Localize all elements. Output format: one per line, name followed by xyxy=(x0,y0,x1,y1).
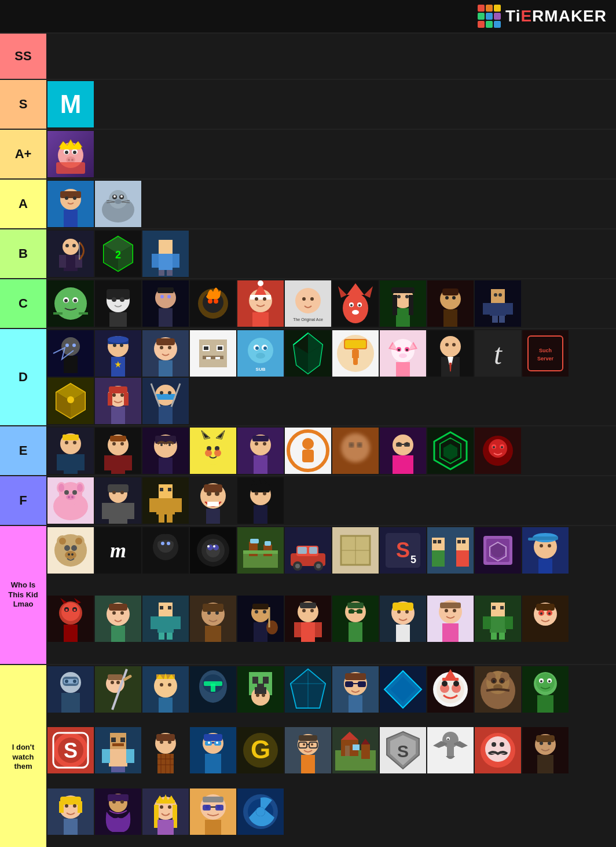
svg-rect-259 xyxy=(302,450,314,462)
suchserver-item: Such Server xyxy=(522,330,569,377)
logo-title: TiERMAKER xyxy=(505,7,607,25)
eagle-logo-item xyxy=(427,727,474,773)
tier-items-s: M xyxy=(46,80,616,129)
svg-point-638 xyxy=(548,742,551,745)
svg-rect-300 xyxy=(126,503,134,519)
tier-row-ss: SS xyxy=(0,34,616,80)
svg-rect-169 xyxy=(345,340,366,348)
teal-player-item xyxy=(142,596,189,642)
yellow-cube-item xyxy=(47,378,94,424)
blue-nuclear-item xyxy=(237,788,284,835)
black-hair-cool-item xyxy=(237,477,284,524)
svg-point-18 xyxy=(65,196,68,200)
tier-label-dont: I don'twatchthem xyxy=(0,665,46,847)
svg-point-333 xyxy=(75,538,82,545)
svg-point-241 xyxy=(199,437,227,465)
svg-point-316 xyxy=(215,491,219,496)
green-youtuber-item xyxy=(332,596,379,642)
svg-rect-462 xyxy=(396,625,410,642)
svg-rect-48 xyxy=(159,254,173,270)
svg-point-83 xyxy=(255,297,258,301)
logo-grid xyxy=(478,5,501,28)
svg-point-105 xyxy=(397,295,401,298)
orange-logo-item xyxy=(285,428,331,474)
svg-point-369 xyxy=(316,564,321,568)
seal-item xyxy=(95,181,141,227)
svg-rect-12 xyxy=(60,146,81,149)
svg-rect-107 xyxy=(393,295,397,315)
svg-rect-639 xyxy=(537,755,553,773)
svg-point-230 xyxy=(120,442,124,446)
svg-point-64 xyxy=(112,297,116,302)
svg-rect-70 xyxy=(159,308,173,327)
svg-point-506 xyxy=(168,683,171,687)
svg-rect-643 xyxy=(59,801,64,813)
red-player-item xyxy=(285,596,331,642)
svg-rect-252 xyxy=(252,436,269,441)
tier-items-c: The Original Ace xyxy=(46,279,616,328)
svg-point-460 xyxy=(397,610,401,614)
svg-rect-476 xyxy=(492,606,496,609)
svg-rect-104 xyxy=(396,308,410,327)
svg-point-7 xyxy=(73,151,76,154)
svg-rect-356 xyxy=(249,542,258,556)
tier-items-aplus xyxy=(46,130,616,178)
svg-point-134 xyxy=(120,344,123,347)
svg-point-82 xyxy=(258,280,263,286)
dark-red-item xyxy=(47,596,94,642)
svg-point-443 xyxy=(302,609,306,612)
minecraft-gold-item xyxy=(142,477,189,524)
red-swirl-item: S xyxy=(47,727,94,773)
svg-rect-120 xyxy=(492,316,498,323)
svg-point-113 xyxy=(445,296,449,300)
svg-rect-384 xyxy=(433,540,437,543)
svg-point-141 xyxy=(168,346,171,349)
mc-face-item xyxy=(190,330,236,377)
svg-point-237 xyxy=(160,444,163,446)
svg-rect-321 xyxy=(251,484,270,492)
svg-point-345 xyxy=(167,542,170,545)
tier-row-e: E xyxy=(0,426,616,476)
svg-point-189 xyxy=(452,343,456,346)
svg-rect-142 xyxy=(159,360,173,377)
svg-rect-477 xyxy=(500,606,504,609)
red-eyes-cartoon-item xyxy=(522,596,569,642)
svg-rect-52 xyxy=(167,270,173,276)
minecraft-green-item xyxy=(475,596,521,642)
svg-point-583 xyxy=(160,740,163,744)
svg-point-325 xyxy=(255,492,258,495)
svg-rect-575 xyxy=(111,766,118,772)
svg-point-158 xyxy=(256,353,265,359)
svg-point-489 xyxy=(65,680,68,683)
svg-point-184 xyxy=(440,336,461,357)
svg-rect-206 xyxy=(124,393,129,406)
svg-point-484 xyxy=(548,612,551,615)
dark-orb-item xyxy=(190,527,236,574)
svg-point-126 xyxy=(65,344,69,347)
svg-point-114 xyxy=(452,296,456,300)
svg-rect-66 xyxy=(109,312,127,327)
svg-text:G: G xyxy=(251,735,270,764)
svg-point-6 xyxy=(65,151,68,154)
svg-rect-150 xyxy=(206,357,211,359)
svg-rect-453 xyxy=(349,609,354,614)
svg-point-25 xyxy=(113,195,116,198)
tier-row-f: F xyxy=(0,476,616,526)
tier-items-who: m xyxy=(46,526,616,664)
svg-point-293 xyxy=(68,496,70,498)
tier-label-a: A xyxy=(0,180,46,228)
tier-items-b: 2 xyxy=(46,229,616,278)
bear-logo-item xyxy=(47,527,94,574)
svg-point-407 xyxy=(74,609,76,611)
svg-rect-428 xyxy=(203,604,223,612)
blue-sub-item: SUB xyxy=(237,330,284,377)
minecraft-house-item xyxy=(332,727,379,773)
svg-point-429 xyxy=(207,611,211,615)
svg-point-123 xyxy=(498,293,502,297)
svg-rect-579 xyxy=(112,743,124,746)
svg-rect-118 xyxy=(483,303,490,315)
svg-rect-494 xyxy=(108,674,123,680)
svg-rect-63 xyxy=(107,289,130,300)
svg-rect-317 xyxy=(207,502,219,506)
svg-point-87 xyxy=(295,288,321,313)
